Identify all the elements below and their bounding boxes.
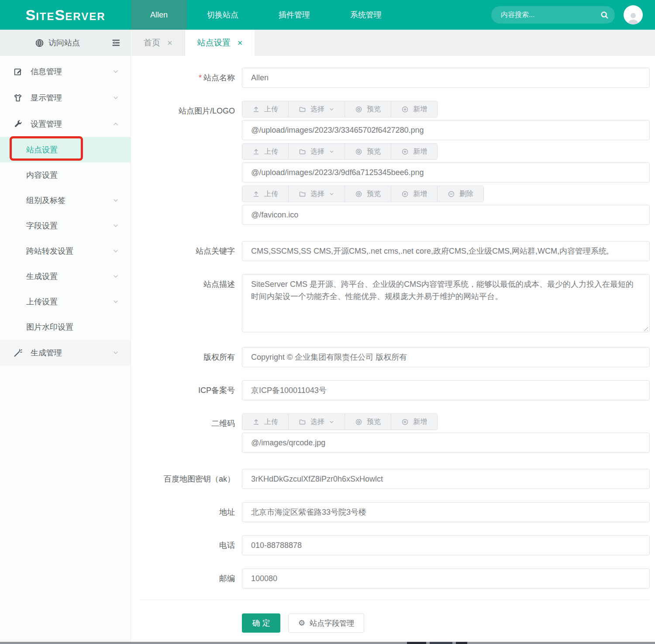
form-divider bbox=[140, 599, 650, 600]
close-icon[interactable]: × bbox=[167, 38, 172, 47]
field-label: 二维码 bbox=[131, 413, 235, 456]
chevron-down-icon bbox=[112, 222, 119, 229]
form-row-keywords: 站点关键字 bbox=[131, 241, 655, 261]
sidebar-item-label: 信息管理 bbox=[31, 66, 62, 77]
sidebar-item-label: 生成设置 bbox=[26, 271, 58, 282]
site-field-manage-button[interactable]: ⚙ 站点字段管理 bbox=[288, 613, 364, 633]
nav-item-plugin-manage[interactable]: 插件管理 bbox=[259, 0, 330, 30]
form-row-zip: 邮编 bbox=[131, 568, 655, 589]
taskbar-edge-segment bbox=[430, 642, 452, 644]
visit-site-label: 访问站点 bbox=[48, 38, 80, 48]
zip-input[interactable] bbox=[242, 568, 650, 589]
choose-button[interactable]: 选择 bbox=[289, 101, 345, 117]
tab-site-settings[interactable]: 站点设置 × bbox=[185, 30, 255, 56]
sidebar-item-label: 设置管理 bbox=[31, 119, 62, 129]
user-icon bbox=[626, 10, 641, 24]
logo[interactable]: SITESERVER bbox=[0, 0, 131, 30]
add-button[interactable]: 新增 bbox=[391, 186, 438, 202]
upload-button[interactable]: 上传 bbox=[242, 186, 289, 202]
visit-site-link[interactable]: 访问站点 bbox=[35, 38, 80, 48]
upload-button[interactable]: 上传 bbox=[242, 144, 289, 159]
upload-button-group: 上传 选择 预览 新增 删除 bbox=[242, 186, 484, 202]
sidebar-item-settings-manage[interactable]: 设置管理 bbox=[0, 111, 131, 137]
qrcode-path-input[interactable] bbox=[242, 433, 650, 453]
sidebar-item-content-settings[interactable]: 内容设置 bbox=[0, 162, 131, 188]
site-name-input[interactable] bbox=[242, 68, 650, 88]
favicon-path-input[interactable] bbox=[242, 205, 650, 225]
add-button[interactable]: 新增 bbox=[391, 101, 437, 117]
sidebar-item-site-settings[interactable]: 站点设置 bbox=[0, 137, 131, 162]
field-label: *站点名称 bbox=[131, 68, 235, 88]
taskbar-edge-segment bbox=[407, 642, 426, 644]
sidebar-item-label: 图片水印设置 bbox=[26, 322, 73, 332]
address-input[interactable] bbox=[242, 502, 650, 522]
description-textarea[interactable]: SiteServer CMS 是开源、跨平台、企业级的CMS内容管理系统，能够以… bbox=[242, 274, 650, 332]
add-button[interactable]: 新增 bbox=[391, 144, 437, 159]
upload-button-group: 上传 选择 预览 新增 bbox=[242, 101, 438, 117]
search-input[interactable] bbox=[501, 11, 600, 19]
sidebar-item-cross-site-forward[interactable]: 跨站转发设置 bbox=[0, 238, 131, 264]
preview-button[interactable]: 预览 bbox=[345, 414, 391, 430]
form-row-icp: ICP备案号 bbox=[131, 380, 655, 400]
sidebar-item-field-settings[interactable]: 字段设置 bbox=[0, 213, 131, 238]
nav-item-current-site[interactable]: Allen bbox=[131, 0, 187, 30]
copyright-input[interactable] bbox=[242, 347, 650, 367]
field-label: 电话 bbox=[131, 535, 235, 555]
sidebar-item-label: 组别及标签 bbox=[26, 195, 66, 206]
sidebar-item-display-manage[interactable]: 显示管理 bbox=[0, 85, 131, 111]
tab-home[interactable]: 首页 × bbox=[131, 30, 185, 56]
sidebar-item-label: 内容设置 bbox=[26, 170, 58, 180]
nav-item-switch-site[interactable]: 切换站点 bbox=[187, 0, 259, 30]
collapse-sidebar-icon[interactable] bbox=[110, 37, 121, 48]
sidebar-item-watermark-settings[interactable]: 图片水印设置 bbox=[0, 314, 131, 340]
nav-label: Allen bbox=[150, 10, 168, 20]
choose-button[interactable]: 选择 bbox=[289, 414, 345, 430]
confirm-button[interactable]: 确 定 bbox=[242, 613, 280, 633]
wrench-icon bbox=[13, 119, 24, 129]
sidebar-item-label: 生成管理 bbox=[31, 348, 62, 358]
field-label: 百度地图密钥（ak） bbox=[131, 469, 235, 489]
main-content: 首页 × 站点设置 × *站点名称 站点图片/LOGO 上传 选择 预 bbox=[131, 30, 655, 644]
logo-entry: 上传 选择 预览 新增 删除 bbox=[242, 186, 655, 225]
baidu-ak-input[interactable] bbox=[242, 469, 650, 489]
choose-button[interactable]: 选择 bbox=[289, 186, 345, 202]
chevron-down-icon bbox=[112, 197, 119, 204]
chevron-down-icon bbox=[112, 349, 119, 356]
caret-down-icon bbox=[329, 149, 334, 155]
form-row-site-logo: 站点图片/LOGO 上传 选择 预览 新增 上传 选择 预览 bbox=[131, 101, 655, 228]
caret-down-icon bbox=[329, 191, 334, 197]
logo-path-input[interactable] bbox=[242, 162, 650, 183]
sidebar-item-groups-tags[interactable]: 组别及标签 bbox=[0, 188, 131, 213]
field-label: 站点描述 bbox=[131, 274, 235, 334]
phone-input[interactable] bbox=[242, 535, 650, 555]
upload-button[interactable]: 上传 bbox=[242, 101, 289, 117]
sidebar-item-upload-settings[interactable]: 上传设置 bbox=[0, 289, 131, 314]
sidebar-item-generate-settings[interactable]: 生成设置 bbox=[0, 264, 131, 289]
search-icon[interactable] bbox=[600, 10, 609, 19]
keywords-input[interactable] bbox=[242, 241, 650, 261]
logo-text: SITESERVER bbox=[26, 7, 106, 24]
tab-label: 首页 bbox=[144, 37, 160, 48]
delete-button[interactable]: 删除 bbox=[438, 186, 483, 202]
logo-path-input[interactable] bbox=[242, 120, 650, 140]
user-avatar[interactable] bbox=[624, 5, 643, 24]
sidebar-item-info-manage[interactable]: 信息管理 bbox=[0, 59, 131, 85]
preview-button[interactable]: 预览 bbox=[345, 186, 391, 202]
upload-button[interactable]: 上传 bbox=[242, 414, 289, 430]
nav-item-system-manage[interactable]: 系统管理 bbox=[330, 0, 402, 30]
preview-button[interactable]: 预览 bbox=[345, 144, 391, 159]
sidebar-item-label: 上传设置 bbox=[26, 296, 58, 307]
field-label: ICP备案号 bbox=[131, 380, 235, 400]
magic-wand-icon bbox=[13, 348, 24, 358]
sidebar-item-generate-manage[interactable]: 生成管理 bbox=[0, 340, 131, 366]
add-button[interactable]: 新增 bbox=[391, 414, 437, 430]
header-right bbox=[491, 0, 655, 30]
content-search-box[interactable] bbox=[491, 6, 615, 24]
nav-label: 切换站点 bbox=[207, 10, 238, 20]
close-icon[interactable]: × bbox=[238, 38, 243, 47]
chevron-down-icon bbox=[112, 68, 119, 75]
form-row-baidu-ak: 百度地图密钥（ak） bbox=[131, 469, 655, 489]
icp-input[interactable] bbox=[242, 380, 650, 400]
preview-button[interactable]: 预览 bbox=[345, 101, 391, 117]
choose-button[interactable]: 选择 bbox=[289, 144, 345, 159]
